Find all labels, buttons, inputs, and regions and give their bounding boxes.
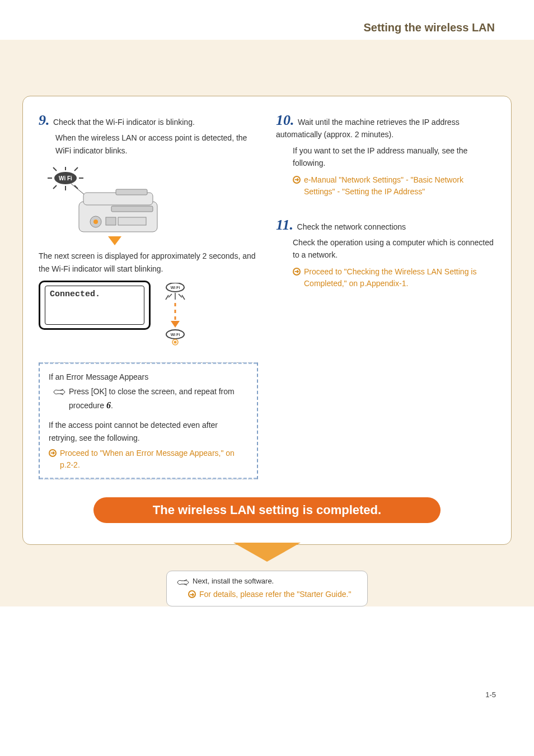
right-column: 10. Wait until the machine retrieves the… [276,113,495,479]
info-ref: ➜ Proceed to "When an Error Message Appe… [49,447,248,471]
caption-text: The next screen is displayed for approxi… [39,250,258,275]
step-sub: When the wireless LAN or access point is… [55,132,258,157]
svg-line-5 [53,167,57,171]
svg-marker-27 [171,321,180,328]
svg-point-31 [174,340,177,343]
left-column: 9. Check that the Wi-Fi indicator is bli… [39,113,258,479]
lcd-text: Connected. [45,286,144,325]
svg-line-7 [53,185,57,189]
next-ref-text[interactable]: For details, please refer the "Starter G… [199,589,351,600]
hand-pointer-icon [53,387,65,395]
info-title-1: If an Error Message Appears [49,371,248,383]
step-sub: If you want to set the IP address manual… [293,144,495,170]
svg-rect-12 [116,189,147,195]
content-area: 9. Check that the Wi-Fi indicator is bli… [0,40,534,606]
step-10: 10. Wait until the machine retrieves the… [276,113,495,198]
step-number: 9. [39,112,50,128]
svg-rect-15 [106,217,116,225]
instruction-card: 9. Check that the Wi-Fi indicator is bli… [22,96,512,545]
step-11-ref: ➜ Proceed to "Checking the Wireless LAN … [293,266,495,290]
step-sub: Check the operation using a computer whi… [293,236,495,262]
proceed-icon: ➜ [293,268,301,276]
proceed-icon: ➜ [49,449,57,457]
hand-pointer-icon [177,578,189,586]
step-text: Wait until the machine retrieves the IP … [276,118,460,139]
next-line-text: Next, install the software. [193,577,274,585]
info-line-1: Press [OK] to close the screen, and repe… [53,385,248,412]
svg-text:Wi Fi: Wi Fi [171,286,180,290]
info-line1-pre: Press [OK] to close the screen, and repe… [69,387,235,409]
big-down-arrow-icon [233,543,301,562]
info-line1-post: . [111,401,113,410]
step-number: 10. [276,112,294,128]
proceed-icon: ➜ [188,590,196,598]
page-title: Setting the wireless LAN [0,21,495,34]
step-11: 11. Check the network connections Check … [276,218,495,290]
svg-line-22 [168,294,172,297]
svg-line-21 [182,295,185,300]
error-info-box: If an Error Message Appears Press [OK] t… [39,362,258,479]
info-ref-text[interactable]: Proceed to "When an Error Message Appear… [60,447,248,471]
info-title-2: If the access point cannot be detected e… [49,419,248,444]
wifi-transition-icon: Wi Fi [164,281,186,346]
svg-line-23 [179,294,182,297]
info-line1-num: 6 [106,400,111,410]
completion-banner: The wireless LAN setting is completed. [93,497,441,523]
page-header: Setting the wireless LAN [0,0,534,40]
proceed-icon: ➜ [293,176,301,184]
lcd-screen: Connected. [39,281,151,330]
svg-rect-13 [111,206,153,212]
svg-line-20 [166,295,168,300]
page-number: 1-5 [0,606,534,721]
down-arrow-icon [108,236,121,245]
wifi-badge-text: Wi Fi [59,175,72,181]
wifi-indicator-dot [93,220,98,224]
svg-rect-16 [118,217,146,225]
step-9: 9. Check that the Wi-Fi indicator is bli… [39,113,258,157]
step-10-ref: ➜ e-Manual "Network Settings" - "Basic N… [293,174,495,198]
svg-line-6 [74,167,78,171]
printer-illustration: Wi Fi [39,167,258,234]
lcd-row: Connected. Wi Fi [39,281,258,346]
step-text: Check the network connections [297,222,406,231]
next-step-box: Next, install the software. ➜ For detail… [166,571,368,606]
step-10-ref-text[interactable]: e-Manual "Network Settings" - "Basic Net… [304,174,495,198]
svg-text:Wi Fi: Wi Fi [171,333,180,337]
step-number: 11. [276,217,293,233]
step-text: Check that the Wi-Fi indicator is blinki… [53,118,195,127]
step-11-ref-text[interactable]: Proceed to "Checking the Wireless LAN Se… [304,266,495,290]
